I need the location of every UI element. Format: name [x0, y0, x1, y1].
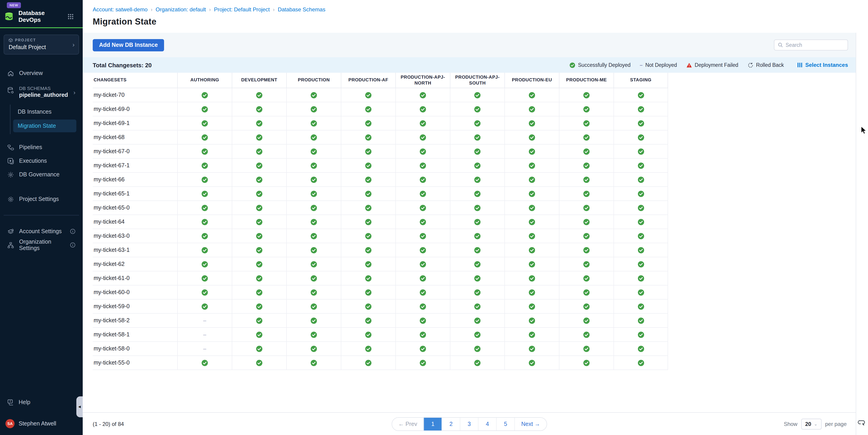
status-cell-deployed	[614, 243, 668, 257]
status-cell-deployed	[614, 159, 668, 172]
select-instances-button[interactable]: Select Instances	[798, 62, 848, 68]
sidebar-item-db-schemas[interactable]: DB SCHEMAS pipeline_authored ›	[0, 85, 83, 99]
sidebar: NEW Database DevOps PROJECT De	[0, 0, 83, 435]
table-row: my-ticket-61-0	[93, 271, 668, 285]
user-menu[interactable]: SA Stephen Atwell	[0, 417, 83, 431]
status-cell-deployed	[559, 130, 614, 144]
success-check-badge-icon	[474, 120, 481, 127]
per-page-label: per page	[825, 421, 847, 427]
sidebar-item-overview[interactable]: Overview	[0, 66, 83, 80]
success-check-badge-icon	[420, 148, 426, 155]
project-label: PROJECT	[15, 38, 36, 42]
status-cell-deployed	[504, 88, 559, 102]
status-cell-deployed	[177, 130, 232, 144]
status-cell-deployed	[504, 257, 559, 271]
page-button-2[interactable]: 2	[442, 417, 460, 431]
help-chat-icon: ?	[7, 399, 14, 405]
status-cell-deployed	[450, 229, 504, 243]
search-input[interactable]	[785, 42, 844, 48]
page-button-5[interactable]: 5	[496, 417, 515, 431]
success-check-badge-icon	[420, 303, 426, 310]
chat-support-icon[interactable]	[857, 418, 867, 429]
changeset-name: my-ticket-67-1	[93, 159, 177, 172]
status-cell-deployed	[232, 159, 286, 172]
breadcrumb-link-account[interactable]: Account: satwell-demo	[93, 6, 148, 13]
page-button-1[interactable]: 1	[424, 417, 442, 431]
success-check-badge-icon	[256, 232, 263, 239]
status-cell-deployed	[614, 187, 668, 200]
success-check-badge-icon	[529, 289, 535, 296]
status-cell-deployed	[559, 173, 614, 186]
status-cell-deployed	[559, 356, 614, 370]
success-check-badge-icon	[583, 162, 590, 169]
changeset-name: my-ticket-59-0	[93, 300, 177, 313]
success-check-badge-icon	[365, 92, 372, 98]
success-check-badge-icon	[310, 92, 317, 98]
next-page-button[interactable]: Next →	[515, 417, 547, 431]
breadcrumb-link-organization[interactable]: Organization: default	[156, 6, 206, 13]
sidebar-item-project-settings[interactable]: Project Settings	[0, 192, 83, 206]
success-check-badge-icon	[474, 275, 481, 282]
status-cell-deployed	[232, 215, 286, 229]
table-row: my-ticket-55-0	[93, 356, 668, 370]
prev-page-button[interactable]: ← Prev	[392, 417, 424, 431]
success-check-badge-icon	[365, 289, 372, 296]
status-cell-deployed	[395, 271, 450, 285]
project-selector[interactable]: PROJECT Default Project ›	[4, 35, 79, 55]
sidebar-item-pipelines[interactable]: Pipelines	[0, 141, 83, 154]
column-header: PRODUCTION-EU	[504, 73, 559, 88]
status-cell-deployed	[177, 88, 232, 102]
app-root: NEW Database DevOps PROJECT De	[0, 0, 868, 435]
sidebar-item-account-settings[interactable]: Account Settings	[0, 224, 83, 238]
success-check-badge-icon	[310, 317, 317, 324]
status-cell-deployed	[177, 285, 232, 299]
cube-icon	[9, 38, 13, 42]
chevron-right-icon: ›	[73, 89, 75, 96]
sidebar-collapse-handle[interactable]: ◀	[76, 396, 83, 417]
sidebar-item-db-governance[interactable]: DB Governance	[0, 168, 83, 181]
page-button-3[interactable]: 3	[460, 417, 478, 431]
status-cell-deployed	[450, 88, 504, 102]
changeset-name: my-ticket-58-1	[93, 328, 177, 341]
status-cell-deployed	[232, 314, 286, 327]
status-cell-deployed	[232, 173, 286, 186]
status-cell-deployed	[395, 145, 450, 158]
sidebar-item-executions[interactable]: Executions	[0, 154, 83, 168]
status-cell-deployed	[614, 342, 668, 355]
success-check-badge-icon	[420, 134, 426, 141]
legend-item: –Not Deployed	[640, 62, 677, 68]
status-cell-deployed	[614, 314, 668, 327]
success-check-badge-icon	[638, 317, 644, 324]
changeset-name: my-ticket-70	[93, 88, 177, 102]
changeset-name: my-ticket-62	[93, 257, 177, 271]
breadcrumb-separator: ›	[151, 7, 152, 12]
success-check-badge-icon	[201, 162, 208, 169]
status-cell-deployed	[614, 88, 668, 102]
sidebar-item-organization-settings[interactable]: Organization Settings	[0, 238, 83, 252]
changeset-name: my-ticket-60-0	[93, 285, 177, 299]
breadcrumb-link-database-schemas[interactable]: Database Schemas	[278, 6, 325, 13]
status-cell-deployed	[395, 201, 450, 215]
changeset-name: my-ticket-69-0	[93, 102, 177, 116]
columns-filter-icon	[798, 63, 802, 67]
sidebar-item-label: DB Instances	[18, 108, 52, 115]
rolled-back-icon	[747, 62, 753, 68]
app-switcher-grid-icon[interactable]	[68, 13, 73, 19]
breadcrumb-link-project[interactable]: Project: Default Project	[214, 6, 270, 13]
success-check-badge-icon	[310, 275, 317, 282]
sidebar-item-help[interactable]: ? Help	[0, 396, 83, 409]
sidebar-item-migration-state[interactable]: Migration State	[13, 120, 76, 132]
changeset-name: my-ticket-65-0	[93, 201, 177, 215]
success-check-badge-icon	[256, 106, 263, 113]
add-new-db-instance-button[interactable]: Add New DB Instance	[93, 39, 164, 51]
sidebar-item-db-instances[interactable]: DB Instances	[10, 105, 83, 118]
app-title: Database DevOps	[19, 9, 68, 23]
select-instances-label: Select Instances	[805, 62, 848, 68]
status-cell-deployed	[232, 243, 286, 257]
success-check-badge-icon	[365, 331, 372, 338]
page-size-select[interactable]: 20 ⌄	[801, 418, 822, 429]
success-check-badge-icon	[256, 331, 263, 338]
page-button-4[interactable]: 4	[478, 417, 496, 431]
search-box[interactable]	[774, 39, 848, 51]
table-row: my-ticket-65-1	[93, 187, 668, 201]
